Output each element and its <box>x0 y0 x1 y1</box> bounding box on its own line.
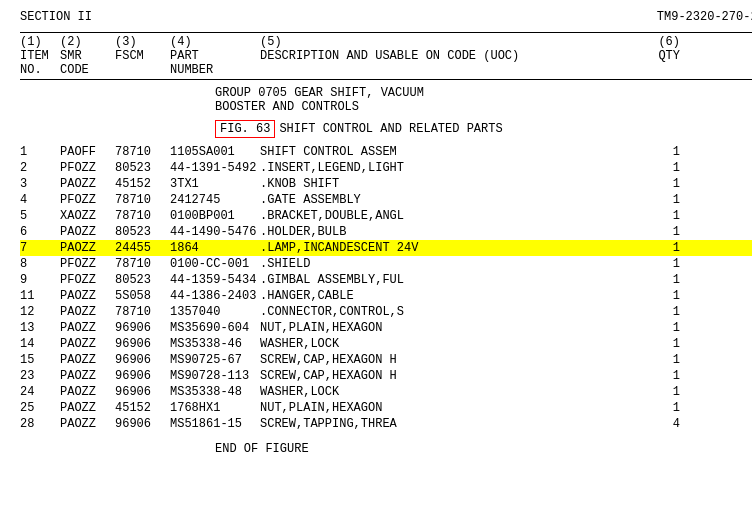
table-row: 28 PAOZZ 96906 MS51861-15 SCREW,TAPPING,… <box>20 416 752 432</box>
cell-part: MS35338-48 <box>170 385 260 399</box>
cell-qty: 1 <box>640 225 680 239</box>
table-row: 9 PFOZZ 80523 44-1359-5434 .GIMBAL ASSEM… <box>20 272 752 288</box>
cell-qty: 1 <box>640 369 680 383</box>
cell-smr: PAOZZ <box>60 353 115 367</box>
cell-item: 24 <box>20 385 60 399</box>
col-header-fscm: (3) FSCM <box>115 35 170 77</box>
cell-desc: WASHER,LOCK <box>260 337 640 351</box>
cell-smr: PAOZZ <box>60 417 115 431</box>
group-header-line1: GROUP 0705 GEAR SHIFT, VACUUM <box>215 86 752 100</box>
cell-part: MS51861-15 <box>170 417 260 431</box>
cell-part: 44-1386-2403 <box>170 289 260 303</box>
table-row: 12 PAOZZ 78710 1357040 .CONNECTOR,CONTRO… <box>20 304 752 320</box>
col-header-qty: (6) QTY <box>640 35 680 77</box>
table-row: 4 PFOZZ 78710 2412745 .GATE ASSEMBLY 1 <box>20 192 752 208</box>
cell-fscm: 96906 <box>115 321 170 335</box>
cell-qty: 1 <box>640 401 680 415</box>
table-row: 24 PAOZZ 96906 MS35338-48 WASHER,LOCK 1 <box>20 384 752 400</box>
cell-item: 6 <box>20 225 60 239</box>
cell-smr: PFOZZ <box>60 273 115 287</box>
cell-qty: 1 <box>640 321 680 335</box>
cell-item: 2 <box>20 161 60 175</box>
cell-smr: PAOZZ <box>60 305 115 319</box>
col-header-part: (4) PART NUMBER <box>170 35 260 77</box>
cell-smr: PAOZZ <box>60 369 115 383</box>
cell-item: 9 <box>20 273 60 287</box>
cell-qty: 1 <box>640 385 680 399</box>
cell-smr: PAOZZ <box>60 385 115 399</box>
table-row: 5 XAOZZ 78710 0100BP001 .BRACKET,DOUBLE,… <box>20 208 752 224</box>
figure-header: FIG. 63 SHIFT CONTROL AND RELATED PARTS <box>20 120 752 138</box>
cell-part: 3TX1 <box>170 177 260 191</box>
cell-fscm: 78710 <box>115 305 170 319</box>
cell-smr: PAOZZ <box>60 177 115 191</box>
cell-fscm: 80523 <box>115 273 170 287</box>
cell-qty: 1 <box>640 177 680 191</box>
cell-part: 1864 <box>170 241 260 255</box>
cell-qty: 1 <box>640 273 680 287</box>
cell-fscm: 45152 <box>115 401 170 415</box>
cell-smr: PAOZZ <box>60 241 115 255</box>
cell-desc: .SHIELD <box>260 257 640 271</box>
cell-qty: 1 <box>640 337 680 351</box>
cell-desc: NUT,PLAIN,HEXAGON <box>260 401 640 415</box>
table-row: 6 PAOZZ 80523 44-1490-5476 .HOLDER,BULB … <box>20 224 752 240</box>
cell-item: 8 <box>20 257 60 271</box>
section-label: SECTION II <box>20 10 92 24</box>
cell-desc: SHIFT CONTROL ASSEM <box>260 145 640 159</box>
cell-fscm: 80523 <box>115 225 170 239</box>
cell-desc: SCREW,CAP,HEXAGON H <box>260 353 640 367</box>
cell-part: MS90728-113 <box>170 369 260 383</box>
cell-desc: .LAMP,INCANDESCENT 24V <box>260 241 640 255</box>
table-row: 2 PFOZZ 80523 44-1391-5492 .INSERT,LEGEN… <box>20 160 752 176</box>
cell-desc: .CONNECTOR,CONTROL,S <box>260 305 640 319</box>
cell-item: 14 <box>20 337 60 351</box>
cell-part: 0100-CC-001 <box>170 257 260 271</box>
cell-desc: SCREW,CAP,HEXAGON H <box>260 369 640 383</box>
group-header: GROUP 0705 GEAR SHIFT, VACUUM BOOSTER AN… <box>20 86 752 114</box>
cell-item: 23 <box>20 369 60 383</box>
cell-fscm: 96906 <box>115 385 170 399</box>
cell-qty: 1 <box>640 257 680 271</box>
group-header-line2: BOOSTER AND CONTROLS <box>215 100 752 114</box>
table-row: 11 PAOZZ 5S058 44-1386-2403 .HANGER,CABL… <box>20 288 752 304</box>
cell-part: 2412745 <box>170 193 260 207</box>
column-headers: (1) ITEM NO. (2) SMR CODE (3) FSCM (4) P… <box>20 32 752 80</box>
cell-smr: PAOZZ <box>60 321 115 335</box>
table-row: 1 PAOFF 78710 1105SA001 SHIFT CONTROL AS… <box>20 144 752 160</box>
cell-item: 5 <box>20 209 60 223</box>
cell-part: 1105SA001 <box>170 145 260 159</box>
cell-desc: WASHER,LOCK <box>260 385 640 399</box>
cell-item: 7 <box>20 241 60 255</box>
cell-desc: .KNOB SHIFT <box>260 177 640 191</box>
cell-qty: 1 <box>640 305 680 319</box>
cell-smr: PAOFF <box>60 145 115 159</box>
table-row: 14 PAOZZ 96906 MS35338-46 WASHER,LOCK 1 <box>20 336 752 352</box>
cell-qty: 1 <box>640 145 680 159</box>
cell-item: 4 <box>20 193 60 207</box>
table-row: 23 PAOZZ 96906 MS90728-113 SCREW,CAP,HEX… <box>20 368 752 384</box>
cell-desc: .GIMBAL ASSEMBLY,FUL <box>260 273 640 287</box>
cell-item: 15 <box>20 353 60 367</box>
cell-part: 1768HX1 <box>170 401 260 415</box>
cell-qty: 1 <box>640 209 680 223</box>
cell-fscm: 78710 <box>115 209 170 223</box>
cell-fscm: 24455 <box>115 241 170 255</box>
cell-desc: NUT,PLAIN,HEXAGON <box>260 321 640 335</box>
cell-fscm: 96906 <box>115 337 170 351</box>
cell-desc: .HANGER,CABLE <box>260 289 640 303</box>
cell-qty: 1 <box>640 161 680 175</box>
col-header-smr: (2) SMR CODE <box>60 35 115 77</box>
cell-smr: XAOZZ <box>60 209 115 223</box>
cell-part: MS90725-67 <box>170 353 260 367</box>
cell-desc: .HOLDER,BULB <box>260 225 640 239</box>
cell-part: 44-1359-5434 <box>170 273 260 287</box>
col-header-item: (1) ITEM NO. <box>20 35 60 77</box>
cell-smr: PAOZZ <box>60 225 115 239</box>
page: SECTION II TM9-2320-270-20P (1) ITEM NO.… <box>20 10 752 507</box>
cell-fscm: 78710 <box>115 193 170 207</box>
cell-item: 1 <box>20 145 60 159</box>
cell-smr: PFOZZ <box>60 193 115 207</box>
cell-fscm: 96906 <box>115 353 170 367</box>
cell-fscm: 45152 <box>115 177 170 191</box>
